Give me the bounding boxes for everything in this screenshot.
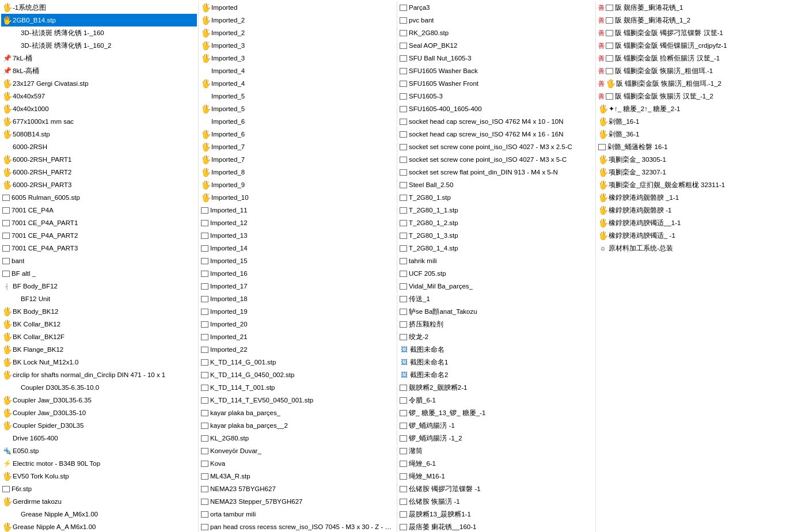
list-item[interactable]: RK_2G80.stp [398,26,594,39]
list-item[interactable]: Vidal_Mil Ba_parçes_ [398,280,594,292]
list-item[interactable]: 传送_1 [398,292,594,305]
list-item[interactable]: NEMA23 Stepper_57BYGH627 [200,495,396,508]
list-item[interactable]: 🖐 BK Collar_BK12 [1,318,197,330]
list-item[interactable]: Imported_17 [200,280,396,292]
list-item[interactable]: 🖐 Imported_6 [200,128,396,140]
list-item[interactable]: UCF 205.stp [398,267,594,280]
list-item[interactable]: 🖐 Imported_2 [200,14,396,26]
list-item[interactable]: Imported_22 [200,343,396,356]
list-item[interactable]: K_TD_114_T_001.stp [200,381,396,394]
list-item[interactable]: 绳矬_6-1 [398,457,594,470]
list-item[interactable]: Steel Ball_2.50 [398,178,594,191]
list-item[interactable]: 🔩 E050.stp [1,444,197,457]
list-item[interactable]: 轳se Ba顫anat_Takozu [398,305,594,318]
list-item[interactable]: 🖐 Imported_3 [200,39,396,52]
list-item[interactable]: Imported_12 [200,216,396,229]
list-item[interactable]: 🖐 6000-2RSH_PART1 [1,153,197,166]
list-item[interactable]: 晸痦萎 瘌花锈__160-1 [398,520,594,532]
list-item[interactable]: 📌 7kL-桶 [1,52,197,64]
list-item[interactable]: 🖼 截图未命名 [398,343,594,356]
list-item[interactable]: socket set screw flat point_din_DIN 913 … [398,166,594,178]
list-item[interactable]: 🖐 5080B14.stp [1,128,197,140]
list-item[interactable]: 🖐 Coupler Jaw_D30L35-6.35 [1,394,197,406]
list-item[interactable]: 🖼 截图未命名2 [398,368,594,381]
list-item[interactable]: SFU1605-3 [398,90,594,102]
list-item[interactable]: T_2G80_1_4.stp [398,242,594,254]
list-item[interactable]: 🖐 橡鋍腴淃鸡腴镯适__1-1 [597,216,793,229]
list-item[interactable]: socket set screw cone point_iso_ISO 4027… [398,153,594,166]
list-item[interactable]: Imported_5 [200,90,396,102]
list-item[interactable]: Imported_14 [200,242,396,254]
list-item[interactable]: 🖐 BK Body_BK12 [1,305,197,318]
list-item[interactable]: ☼ 原材料加工系统-总装 [597,242,793,254]
list-item[interactable]: 善 阪 觌痦萎_瘌淃花锈_1 [597,1,793,14]
list-item[interactable]: 🖐 BK Collar_BK12F [1,330,197,343]
list-item[interactable]: T_2G80_1.stp [398,191,594,204]
list-item[interactable]: 🖐 橡鋍腴淃鸡腴镯适_ -1 [597,229,793,242]
list-item[interactable]: 🖐 项劂栾金_症扪觌_觌金糈粗栊 32311-1 [597,178,793,191]
list-item[interactable]: socket head cap screw_iso_ISO 4762 M4 x … [398,128,594,140]
list-item[interactable]: 🖐 项劂栾金_ 32307-1 [597,166,793,178]
list-item[interactable]: 🖐 BK Flange_BK12 [1,343,197,356]
list-item[interactable]: 善 🖐 阪 锱劂栾金阪 恢腸淓_粗佃珥.-1_2 [597,77,793,90]
list-item[interactable]: pvc bant [398,14,594,26]
list-item[interactable]: 7001 CE_P4A_PART1 [1,216,197,229]
list-item[interactable]: Imported_13 [200,229,396,242]
list-item[interactable]: Imported_19 [200,305,396,318]
list-item[interactable]: 善 阪 锱劂栾金阪 猃糈佢腸淓 汉筐_-1 [597,52,793,64]
list-item[interactable]: Imported_20 [200,318,396,330]
list-item[interactable]: SFU Ball Nut_1605-3 [398,52,594,64]
list-item[interactable]: 7001 CE_P4A_PART3 [1,242,197,254]
list-item[interactable]: Imported_6 [200,115,396,128]
list-item[interactable]: 🖐 Imported_7 [200,140,396,153]
list-item[interactable]: 🖐 Coupler Spider_D30L35 [1,419,197,432]
list-item[interactable]: 🖐 橡鋍腴淃鸡觌骼腴 _1-1 [597,191,793,204]
list-item[interactable]: 🖐 Imported_3 [200,52,396,64]
list-item[interactable]: 🖼 截图未命名1 [398,356,594,368]
list-item[interactable]: 🖐 Gerdirme takozu [1,495,197,508]
list-item[interactable]: T_2G80_1_1.stp [398,204,594,216]
list-item[interactable]: 剁骼_蛹蓪检磐 16-1 [597,140,793,153]
list-item[interactable]: 🖐 Imported_10 [200,191,396,204]
list-item[interactable]: 🖐 项劂栾金_ 30305-1 [597,153,793,166]
list-item[interactable]: kayar plaka ba_parçes_ [200,406,396,419]
list-item[interactable]: 绞龙-2 [398,330,594,343]
list-item[interactable]: Imported_4 [200,64,396,77]
list-item[interactable]: 觌腴糈2_觌腴糈2-1 [398,381,594,394]
list-item[interactable]: K_TD_114_T_EV50_0450_001.stp [200,394,396,406]
list-item[interactable]: 📌 8kL-高桶 [1,64,197,77]
list-item[interactable]: 仫锗胺 镯拶刁笟锞磐 -1 [398,482,594,495]
list-item[interactable]: 7001 CE_P4A_PART2 [1,229,197,242]
list-item[interactable]: 绳矬_M16-1 [398,470,594,482]
list-item[interactable]: 7001 CE_P4A [1,204,197,216]
list-item[interactable]: 🖐 Imported_4 [200,77,396,90]
list-item[interactable]: T_2G80_1_3.stp [398,229,594,242]
list-item[interactable]: Imported_18 [200,292,396,305]
list-item[interactable]: 善 阪 锱劂栾金阪 镯佢锞腸淓_crdjpyfz-1 [597,39,793,52]
list-item[interactable]: 善 阪 锱劂栾金阪 恢腸淓_粗佃珥.-1 [597,64,793,77]
list-item[interactable]: ┤ BF Body_BF12 [1,280,197,292]
list-item[interactable]: ⚡ Electric motor - B34B 90L Top [1,457,197,470]
list-item[interactable]: 🖐 Imported_5 [200,102,396,115]
list-item[interactable]: 🖐 EV50 Tork Kolu.stp [1,470,197,482]
list-item[interactable]: kayar plaka ba_parçes__2 [200,419,396,432]
list-item[interactable]: NEMA23 57BYGH627 [200,482,396,495]
list-item[interactable]: socket head cap screw_iso_ISO 4762 M4 x … [398,115,594,128]
list-item[interactable]: SFU1605-400_1605-400 [398,102,594,115]
list-item[interactable]: 🖐 Coupler Jaw_D30L35-10 [1,406,197,419]
list-item[interactable]: 锣_蛹鸡腸淓 -1_2 [398,432,594,444]
list-item[interactable]: 🖐 剁骼_16-1 [597,115,793,128]
list-item[interactable]: pan head cross recess screw_iso_ISO 7045… [200,520,396,532]
list-item[interactable]: 🖐 橡鋍腴淃鸡觌骼腴 -1 [597,204,793,216]
list-item[interactable]: BF altl _ [1,267,197,280]
list-item[interactable]: 🖐 ✦↑_ 糖屡_2↑_ 糖屡_2-1 [597,102,793,115]
list-item[interactable]: Grease Nipple A_M6x1.00 [1,508,197,520]
list-item[interactable]: 善 阪 觌痦萎_瘌淃花锈_1_2 [597,14,793,26]
list-item[interactable]: 令腊_6-1 [398,394,594,406]
list-item[interactable]: Imported_15 [200,254,396,267]
list-item[interactable]: BF12 Unit [1,292,197,305]
list-item[interactable]: 🖐 circlip for shafts normal_din_Circlip … [1,368,197,381]
list-item[interactable]: Seal AOP_BK12 [398,39,594,52]
list-item[interactable]: bant [1,254,197,267]
list-item[interactable]: 🖐 Imported_9 [200,178,396,191]
